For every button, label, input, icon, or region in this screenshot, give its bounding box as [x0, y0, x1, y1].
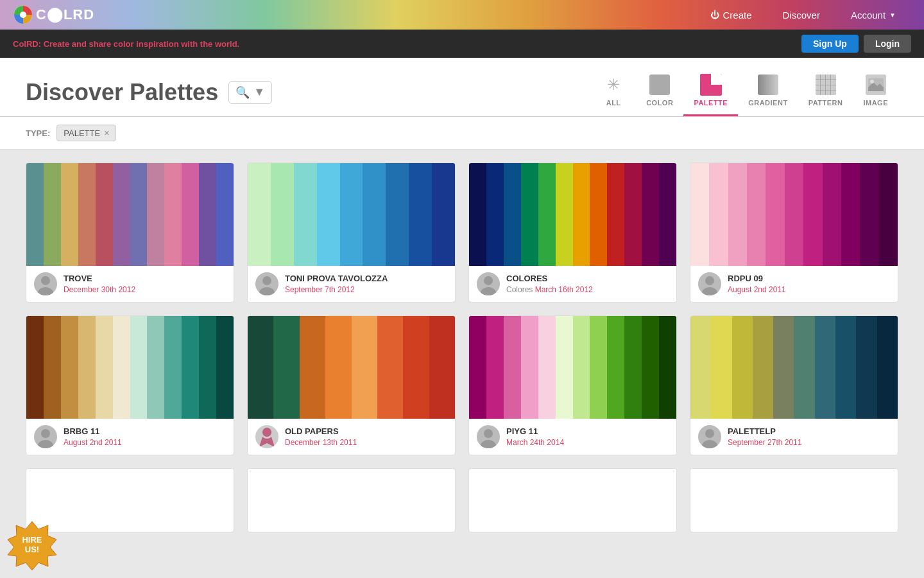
palette-filter-tag[interactable]: PALETTE ×: [56, 125, 116, 141]
account-nav-button[interactable]: Account ▼: [835, 0, 911, 30]
avatar: [34, 425, 57, 448]
palette-name: TONI PROVA TAVOLOZZA: [285, 274, 447, 283]
swatch-color: [216, 316, 234, 419]
palette-card[interactable]: [468, 468, 677, 532]
swatch-color: [573, 316, 590, 419]
palette-card[interactable]: PALETTELPSeptember 27th 2011: [690, 315, 898, 455]
palette-info: RDPU 09August 2nd 2011: [690, 266, 898, 302]
swatch-color: [773, 316, 794, 419]
palette-name: BRBG 11: [64, 426, 226, 436]
palette-meta: OLD PAPERSDecember 13th 2011: [285, 426, 447, 448]
palette-swatch: [248, 316, 455, 419]
palette-swatch: [690, 163, 898, 266]
filter-image[interactable]: IMAGE: [853, 68, 898, 116]
filter-icons: ✳ ALL COLOR: [591, 68, 898, 116]
close-icon[interactable]: ×: [104, 128, 109, 138]
filter-pattern[interactable]: PATTERN: [798, 68, 853, 116]
create-nav-button[interactable]: ⏻ Create: [695, 0, 767, 30]
chevron-down-icon: ▼: [253, 85, 265, 99]
swatch-color: [130, 316, 148, 419]
palette-card[interactable]: RDPU 09August 2nd 2011: [690, 162, 898, 302]
main-nav: ⏻ Create Discover Account ▼: [695, 0, 912, 30]
swatch-color: [44, 316, 61, 419]
palette-meta: TROVEDecember 30th 2012: [64, 274, 226, 295]
power-icon: ⏻: [710, 10, 719, 20]
palette-info: PALETTELPSeptember 27th 2011: [690, 419, 898, 455]
swatch-color: [96, 163, 113, 266]
swatch-color: [300, 316, 325, 419]
swatch-color: [538, 316, 556, 419]
swatch-color: [182, 316, 199, 419]
svg-point-15: [705, 276, 714, 285]
swatch-color: [409, 163, 432, 266]
swatch-color: [803, 163, 822, 266]
swatch-color: [273, 316, 299, 419]
palette-info: OLD PAPERSDecember 13th 2011: [248, 419, 455, 455]
discover-nav-button[interactable]: Discover: [767, 0, 835, 30]
search-button[interactable]: 🔍 ▼: [228, 81, 272, 104]
swatch-color: [624, 163, 642, 266]
swatch-color: [248, 163, 271, 266]
palette-name: OLD PAPERS: [285, 426, 447, 436]
swatch-color: [486, 316, 504, 419]
palette-swatch: [26, 163, 234, 266]
palette-card[interactable]: TONI PROVA TAVOLOZZASeptember 7th 2012: [247, 162, 456, 302]
swatch-color: [432, 163, 455, 266]
swatch-color: [386, 163, 409, 266]
swatch-color: [690, 163, 709, 266]
swatch-color: [556, 163, 573, 266]
palette-card[interactable]: OLD PAPERSDecember 13th 2011: [247, 315, 456, 455]
swatch-color: [690, 316, 711, 419]
palette-card[interactable]: BRBG 11August 2nd 2011: [26, 315, 234, 455]
swatch-color: [469, 163, 486, 266]
palette-info: TONI PROVA TAVOLOZZASeptember 7th 2012: [248, 266, 455, 302]
swatch-color: [841, 163, 860, 266]
swatch-color: [216, 163, 234, 266]
svg-point-12: [484, 276, 493, 285]
swatch-color: [835, 316, 856, 419]
swatch-color: [429, 316, 455, 419]
swatch-color: [61, 163, 78, 266]
gradient-icon: [758, 74, 778, 95]
swatch-color: [856, 316, 877, 419]
filter-palette[interactable]: PALETTE: [683, 68, 738, 116]
palette-card[interactable]: [690, 468, 898, 532]
filter-gradient[interactable]: GRADIENT: [738, 68, 798, 116]
color-icon: [649, 74, 670, 95]
palette-name: PALETTELP: [728, 426, 890, 436]
filter-all[interactable]: ✳ ALL: [591, 68, 636, 116]
palette-date: December 30th 2012: [64, 283, 226, 295]
swatch-color: [732, 316, 753, 419]
palette-card[interactable]: COLORESColores March 16th 2012: [468, 162, 677, 302]
swatch-color: [556, 316, 573, 419]
swatch-color: [403, 316, 429, 419]
palette-swatch: [690, 469, 898, 532]
swatch-color: [504, 163, 521, 266]
palette-card[interactable]: PIYG 11March 24th 2014: [468, 315, 677, 455]
filter-bar: TYPE: PALETTE ×: [0, 117, 924, 150]
palette-swatch: [690, 316, 898, 419]
palette-date: August 2nd 2011: [64, 436, 226, 448]
promo-buttons: Sign Up Login: [801, 35, 911, 53]
swatch-color: [879, 163, 898, 266]
svg-point-6: [41, 276, 50, 285]
chevron-down-icon: ▼: [889, 12, 896, 19]
swatch-color: [271, 163, 294, 266]
signup-button[interactable]: Sign Up: [801, 35, 859, 53]
palette-swatch: [248, 163, 455, 266]
swatch-color: [363, 163, 386, 266]
filter-color[interactable]: COLOR: [636, 68, 683, 116]
palette-meta: COLORESColores March 16th 2012: [506, 274, 669, 295]
swatch-color: [823, 163, 841, 266]
swatch-color: [709, 163, 728, 266]
hire-us-badge[interactable]: HIRE US!: [6, 520, 58, 545]
login-button[interactable]: Login: [864, 35, 911, 53]
swatch-color: [607, 163, 624, 266]
palette-card[interactable]: TROVEDecember 30th 2012: [26, 162, 234, 302]
swatch-color: [78, 163, 96, 266]
svg-point-24: [705, 429, 714, 438]
logo[interactable]: C⬤LRD: [13, 4, 94, 25]
palette-card[interactable]: [247, 468, 456, 532]
swatch-color: [113, 163, 130, 266]
palette-meta: TONI PROVA TAVOLOZZASeptember 7th 2012: [285, 274, 447, 295]
